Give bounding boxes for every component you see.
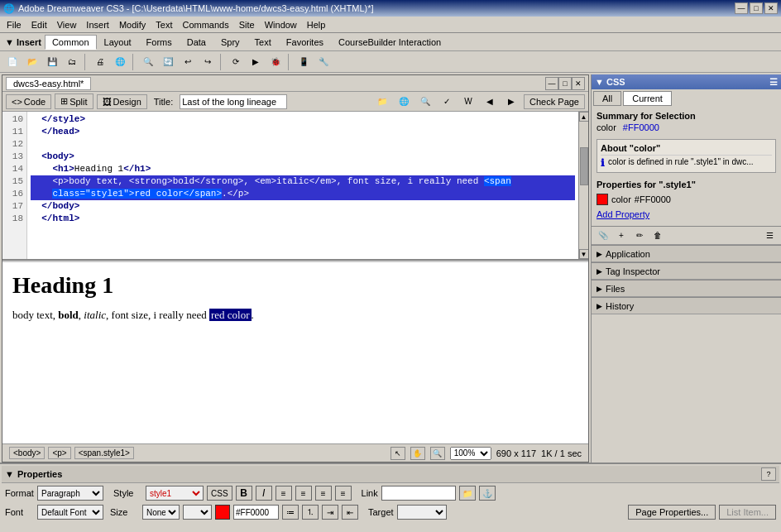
menu-insert[interactable]: Insert	[81, 18, 114, 31]
save-button[interactable]: 💾	[43, 54, 61, 70]
browser-preview-button[interactable]: 🌐	[395, 93, 413, 110]
align-center-button[interactable]: ≡	[295, 486, 312, 501]
tools-button[interactable]: 🔧	[314, 54, 333, 70]
css-tab-current[interactable]: Current	[623, 91, 672, 106]
tab-common[interactable]: Common	[45, 35, 97, 50]
css-panel-menu[interactable]: ☰	[761, 228, 778, 243]
link-browse-button[interactable]: 📁	[459, 486, 476, 501]
code-scrollbar[interactable]: ▲ ▼	[578, 112, 588, 259]
code-area[interactable]: </style> </head> <body> <h1>Heading 1</h…	[27, 112, 578, 259]
menu-file[interactable]: File	[2, 18, 26, 31]
tag-span-style1[interactable]: <span.style1>	[74, 447, 134, 459]
back-button[interactable]: ◀	[481, 93, 499, 110]
refresh-button[interactable]: ⟳	[227, 54, 245, 70]
scroll-up-arrow[interactable]: ▲	[579, 112, 589, 122]
tab-forms[interactable]: Forms	[139, 35, 180, 50]
code-view-button[interactable]: <> Code	[6, 94, 51, 109]
hand-tool-button[interactable]: ✋	[410, 447, 425, 460]
link-input[interactable]	[381, 486, 456, 501]
list-item-button[interactable]: List Item...	[719, 505, 776, 520]
italic-button[interactable]: I	[256, 486, 272, 501]
application-section-header[interactable]: ▶ Application	[592, 246, 781, 262]
history-section-header[interactable]: ▶ History	[592, 298, 781, 314]
unordered-list-button[interactable]: ≔	[282, 505, 299, 520]
tab-coursebuilder[interactable]: CourseBuilder Interaction	[331, 35, 448, 50]
design-view-button[interactable]: 🖼 Design	[97, 94, 147, 109]
css-tab-all[interactable]: All	[593, 91, 621, 106]
scroll-thumb[interactable]	[580, 147, 588, 185]
scroll-down-arrow[interactable]: ▼	[579, 249, 589, 259]
align-left-button[interactable]: ≡	[276, 486, 292, 501]
attach-stylesheet-button[interactable]: 📎	[595, 228, 611, 243]
replace-button[interactable]: 🔄	[159, 54, 177, 70]
check-page-button[interactable]: Check Page	[524, 94, 585, 109]
pointer-tool-button[interactable]: ↖	[390, 447, 405, 460]
live-debug-button[interactable]: 🐞	[266, 54, 285, 70]
zoom-tool-button[interactable]: 🔍	[430, 447, 445, 460]
save-all-button[interactable]: 🗂	[63, 54, 81, 70]
live-view-button[interactable]: ▶	[247, 54, 265, 70]
print-button[interactable]: 🖨	[91, 54, 109, 70]
find-button[interactable]: 🔍	[139, 54, 157, 70]
file-tab[interactable]: dwcs3-easy.html*	[6, 77, 91, 90]
menu-window[interactable]: Window	[260, 18, 302, 31]
menu-view[interactable]: View	[52, 18, 82, 31]
maximize-button[interactable]: □	[750, 2, 763, 14]
page-properties-button[interactable]: Page Properties...	[628, 505, 716, 520]
edit-rule-button[interactable]: ✏	[631, 228, 648, 243]
close-button[interactable]: ✕	[764, 2, 778, 14]
css-button[interactable]: CSS	[207, 486, 232, 501]
preview-button[interactable]: 🌐	[111, 54, 129, 70]
validate-button[interactable]: ✓	[438, 93, 456, 110]
ordered-list-button[interactable]: ⒈	[302, 505, 319, 520]
minimize-button[interactable]: —	[735, 2, 748, 14]
format-select[interactable]: Paragraph	[37, 486, 103, 501]
size-select[interactable]: None	[142, 505, 180, 520]
menu-edit[interactable]: Edit	[26, 18, 52, 31]
new-file-button[interactable]: 📄	[3, 54, 22, 70]
properties-help-button[interactable]: ?	[761, 467, 776, 481]
size-unit-select[interactable]	[183, 505, 212, 520]
minimize-editor-button[interactable]: —	[545, 77, 558, 90]
color-value-input[interactable]	[233, 505, 279, 520]
add-property-link[interactable]: Add Property	[597, 209, 649, 219]
undo-button[interactable]: ↩	[179, 54, 197, 70]
forward-button[interactable]: ▶	[502, 93, 520, 110]
menu-text[interactable]: Text	[151, 18, 177, 31]
menu-modify[interactable]: Modify	[114, 18, 151, 31]
document-title-input[interactable]	[180, 94, 287, 109]
tag-inspector-section-header[interactable]: ▶ Tag Inspector	[592, 263, 781, 280]
maximize-editor-button[interactable]: □	[558, 77, 572, 90]
tag-body[interactable]: <body>	[9, 447, 45, 459]
css-color-swatch[interactable]	[597, 194, 608, 205]
w3c-button[interactable]: W	[459, 93, 477, 110]
multiscreen-button[interactable]: 📱	[295, 54, 313, 70]
bold-button[interactable]: B	[236, 486, 252, 501]
redo-button[interactable]: ↪	[199, 54, 217, 70]
menu-site[interactable]: Site	[234, 18, 260, 31]
file-management-button[interactable]: 📁	[373, 93, 391, 110]
indent-button[interactable]: ⇥	[322, 505, 338, 520]
align-justify-button[interactable]: ≡	[335, 486, 352, 501]
files-section-header[interactable]: ▶ Files	[592, 280, 781, 297]
close-editor-button[interactable]: ✕	[572, 77, 585, 90]
tab-favorites[interactable]: Favorites	[279, 35, 331, 50]
font-select[interactable]: Default Font	[37, 505, 103, 520]
delete-rule-button[interactable]: 🗑	[649, 228, 666, 243]
debug-button[interactable]: 🔍	[416, 93, 434, 110]
text-color-swatch[interactable]	[215, 505, 230, 520]
new-rule-button[interactable]: +	[613, 228, 630, 243]
menu-commands[interactable]: Commands	[177, 18, 233, 31]
tab-spry[interactable]: Spry	[213, 35, 247, 50]
css-menu-icon[interactable]: ☰	[769, 77, 778, 88]
tab-layout[interactable]: Layout	[97, 35, 139, 50]
open-button[interactable]: 📂	[23, 54, 41, 70]
link-anchor-button[interactable]: ⚓	[479, 486, 496, 501]
tab-text[interactable]: Text	[247, 35, 279, 50]
style-select[interactable]: style1	[146, 486, 204, 501]
tab-data[interactable]: Data	[180, 35, 213, 50]
outdent-button[interactable]: ⇤	[342, 505, 358, 520]
menu-help[interactable]: Help	[302, 18, 331, 31]
split-view-button[interactable]: ⊞ Split	[55, 93, 93, 109]
tag-p[interactable]: <p>	[48, 447, 70, 459]
